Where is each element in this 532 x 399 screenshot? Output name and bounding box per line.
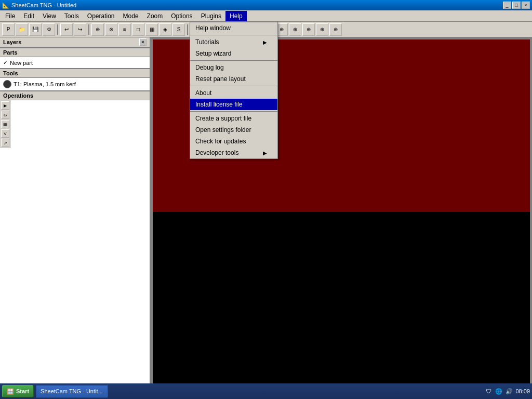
title-bar: 📐 SheetCam TNG - Untitled _ □ ×	[0, 0, 532, 10]
toolbar-new[interactable]: P	[2, 23, 15, 36]
help-window-label: Help window	[195, 24, 231, 32]
toolbar-btn4[interactable]: ⚙	[43, 23, 55, 36]
menu-edit[interactable]: Edit	[19, 11, 38, 21]
menu-help[interactable]: Help	[225, 11, 247, 21]
toolbar-save[interactable]: 💾	[29, 23, 42, 36]
menu-help-window[interactable]: Help window	[190, 22, 277, 34]
reset-pane-label: Reset pane layout	[195, 75, 246, 83]
toolbar-btn8[interactable]: ⊗	[105, 23, 117, 36]
taskbar-app[interactable]: SheetCam TNG - Untit...	[36, 385, 108, 397]
minimize-button[interactable]: _	[503, 2, 511, 9]
taskbar: 🪟 Start SheetCam TNG - Untit... 🛡 🌐 🔊 08…	[0, 383, 532, 399]
tools-header: Tools	[0, 69, 150, 78]
parts-header: Parts	[0, 48, 150, 57]
toolbar-circle7[interactable]: ⊕	[329, 23, 342, 36]
toolbar-btn7[interactable]: ⊕	[91, 23, 104, 36]
menu-install-license[interactable]: Install license file	[190, 99, 277, 110]
install-license-label: Install license file	[195, 101, 243, 108]
dropdown-sep3	[190, 86, 277, 86]
taskbar-time: 08:09	[515, 388, 530, 394]
toolbar-btn10[interactable]: □	[132, 23, 144, 36]
developer-tools-label: Developer tools	[195, 149, 238, 156]
tool-icon	[3, 80, 11, 88]
start-button[interactable]: 🪟 Start	[2, 385, 34, 397]
tools-item-label: T1: Plasma, 1.5 mm kerf	[14, 81, 76, 87]
toolbar-btn13[interactable]: S	[172, 23, 185, 36]
menu-setup-wizard[interactable]: Setup wizard	[190, 48, 277, 59]
operations-title: Operations	[3, 92, 33, 99]
tools-title: Tools	[3, 70, 18, 76]
parts-item-label: New part	[10, 60, 33, 66]
menu-tutorials[interactable]: Tutorials ▶	[190, 36, 277, 48]
parts-item[interactable]: ✓ New part	[1, 58, 149, 67]
parts-content: ✓ New part	[0, 57, 150, 68]
parts-panel: Parts ✓ New part	[0, 48, 150, 69]
parts-title: Parts	[3, 49, 18, 56]
title-bar-controls[interactable]: _ □ ×	[503, 2, 530, 9]
side-btn-4[interactable]: V	[1, 129, 9, 138]
menu-settings-folder[interactable]: Open settings folder	[190, 124, 277, 136]
toolbar-undo[interactable]: ↩	[60, 23, 73, 36]
menu-view[interactable]: View	[38, 11, 60, 21]
side-btn-3[interactable]: ▦	[1, 120, 9, 128]
side-btn-2[interactable]: G	[1, 111, 9, 119]
check-updates-label: Check for updates	[195, 138, 246, 145]
tools-content: T1: Plasma, 1.5 mm kerf	[0, 78, 150, 90]
dropdown-sep2	[190, 60, 277, 61]
layers-close[interactable]: ×	[139, 38, 147, 46]
menu-mode[interactable]: Mode	[119, 11, 143, 21]
menu-check-updates[interactable]: Check for updates	[190, 136, 277, 147]
menu-developer-tools[interactable]: Developer tools ▶	[190, 147, 277, 158]
menu-operation[interactable]: Operation	[83, 11, 119, 21]
toolbar-circle5[interactable]: ⊕	[302, 23, 315, 36]
layers-title: Layers	[3, 39, 21, 45]
app-icon: 📐	[2, 2, 9, 9]
toolbar-btn11[interactable]: ▦	[145, 23, 158, 36]
toolbar-redo[interactable]: ↪	[74, 23, 86, 36]
toolbar-circle6[interactable]: ⊕	[316, 23, 328, 36]
menu-about[interactable]: About	[190, 87, 277, 99]
title-bar-left: 📐 SheetCam TNG - Untitled	[2, 2, 76, 9]
parts-check-icon: ✓	[3, 59, 8, 66]
toolbar-open[interactable]: 📁	[16, 23, 28, 36]
menu-debug-log[interactable]: Debug log	[190, 62, 277, 73]
start-label: Start	[16, 388, 29, 394]
dropdown-sep4	[190, 111, 277, 112]
tutorials-arrow: ▶	[263, 39, 267, 45]
start-icon: 🪟	[7, 388, 14, 395]
settings-folder-label: Open settings folder	[195, 126, 251, 134]
layers-panel: Layers ×	[0, 37, 150, 48]
dropdown-sep1	[190, 35, 277, 35]
maximize-button[interactable]: □	[512, 2, 521, 9]
menu-reset-pane[interactable]: Reset pane layout	[190, 73, 277, 85]
help-dropdown: Help window Tutorials ▶ Setup wizard Deb…	[190, 22, 278, 159]
menu-plugins[interactable]: Plugins	[197, 11, 225, 21]
side-toolbar: ▶ G ▦ V ↗	[0, 100, 10, 148]
menu-options[interactable]: Options	[167, 11, 196, 21]
close-button[interactable]: ×	[522, 2, 530, 9]
menu-zoom[interactable]: Zoom	[143, 11, 167, 21]
tools-item[interactable]: T1: Plasma, 1.5 mm kerf	[1, 79, 149, 89]
tools-panel: Tools T1: Plasma, 1.5 mm kerf	[0, 69, 150, 91]
menu-tools[interactable]: Tools	[60, 11, 83, 21]
left-panel: Layers × Parts ✓ New part Tools	[0, 37, 151, 387]
window-title: SheetCam TNG - Untitled	[11, 2, 76, 8]
toolbar-btn12[interactable]: ◈	[159, 23, 171, 36]
side-btn-1[interactable]: ▶	[1, 101, 9, 110]
taskbar-icon-security: 🛡	[484, 387, 493, 395]
tutorials-label: Tutorials	[195, 38, 219, 46]
taskbar-app-label: SheetCam TNG - Untit...	[41, 388, 103, 394]
toolbar-btn9[interactable]: ≡	[118, 23, 131, 36]
menu-support-file[interactable]: Create a support file	[190, 113, 277, 124]
toolbar-sep3	[187, 24, 188, 35]
operations-panel: Operations ▶ G ▦ V ↗	[0, 91, 150, 387]
taskbar-icon-volume: 🔊	[505, 387, 513, 395]
toolbar-circle4[interactable]: ⊕	[289, 23, 301, 36]
canvas-bottom	[153, 212, 530, 384]
menu-file[interactable]: File	[1, 11, 19, 21]
side-btn-5[interactable]: ↗	[1, 139, 9, 147]
setup-wizard-label: Setup wizard	[195, 50, 231, 57]
taskbar-icon-network: 🌐	[495, 387, 503, 395]
developer-tools-arrow: ▶	[263, 150, 267, 156]
operations-content: ▶ G ▦ V ↗	[0, 100, 150, 387]
